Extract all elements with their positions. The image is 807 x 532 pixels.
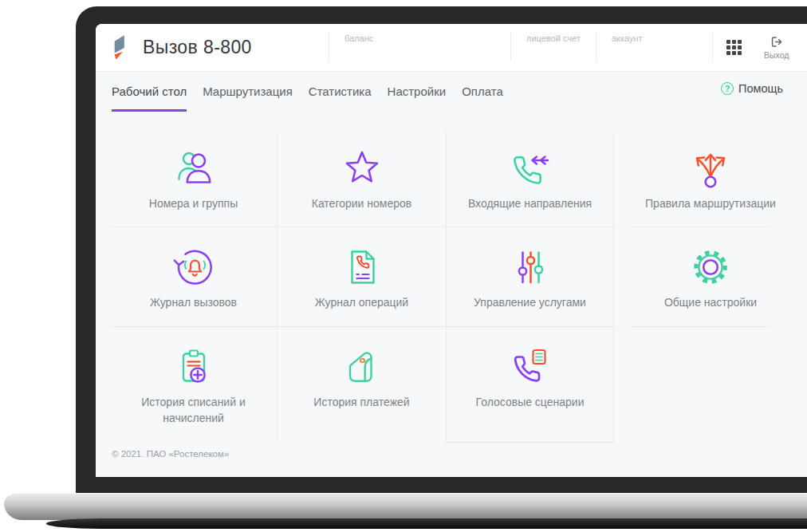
wallet-icon xyxy=(340,345,384,389)
tile-charges-history[interactable]: История списаний и начислений xyxy=(110,327,278,443)
laptop-bezel: Вызов 8-800 баланс лицевой счет аккаунт xyxy=(76,6,807,493)
tab-desktop[interactable]: Рабочий стол xyxy=(112,72,187,112)
personal-account-label: лицевой счет xyxy=(510,24,596,71)
tile-voice-scenarios[interactable]: Голосовые сценарии xyxy=(447,327,614,443)
tile-label: Номера и группы xyxy=(149,195,238,211)
operations-journal-icon xyxy=(340,245,384,290)
star-icon xyxy=(340,146,384,191)
logout-label: Выход xyxy=(764,50,789,60)
tab-payment[interactable]: Оплата xyxy=(462,72,503,112)
tile-label: Журнал вызовов xyxy=(150,294,237,310)
empty-grid-cell xyxy=(614,327,807,443)
tile-label: История платежей xyxy=(313,394,409,410)
tile-routing-rules[interactable]: Правила маршрутизации xyxy=(614,132,807,227)
dashboard-grid: Номера и группы Категории номеров xyxy=(110,132,807,443)
copyright-note: © 2021. ПАО «Ростелеком» xyxy=(112,449,807,459)
brand-logo-icon xyxy=(112,33,132,62)
account-label: аккаунт xyxy=(596,24,712,71)
users-icon xyxy=(171,146,216,191)
balance-label: баланс xyxy=(329,24,510,71)
apps-grid-icon[interactable] xyxy=(726,40,742,55)
voice-script-icon xyxy=(508,345,553,389)
laptop-screen: Вызов 8-800 баланс лицевой счет аккаунт xyxy=(96,24,807,477)
tile-numbers-and-groups[interactable]: Номера и группы xyxy=(110,132,278,227)
header-actions: Выход xyxy=(712,24,807,71)
nav-tabs: Рабочий стол Маршрутизация Статистика На… xyxy=(96,72,807,112)
tab-statistics[interactable]: Статистика xyxy=(309,72,372,112)
call-journal-icon xyxy=(171,245,216,290)
help-label: Помощь xyxy=(738,82,783,95)
app-window: Вызов 8-800 баланс лицевой счет аккаунт xyxy=(96,24,807,477)
laptop-base-shadow xyxy=(46,518,807,529)
incoming-call-icon xyxy=(508,146,553,191)
gear-icon xyxy=(688,245,733,290)
logo-area: Вызов 8-800 xyxy=(96,24,329,71)
app-header: Вызов 8-800 баланс лицевой счет аккаунт xyxy=(96,24,807,72)
tile-number-categories[interactable]: Категории номеров xyxy=(278,132,447,227)
laptop-base xyxy=(4,493,807,520)
logout-icon xyxy=(770,35,784,49)
help-question-icon: ? xyxy=(721,82,734,95)
tile-general-settings[interactable]: Общие настройки xyxy=(614,227,807,327)
app-title: Вызов 8-800 xyxy=(143,37,252,58)
tab-routing[interactable]: Маршрутизация xyxy=(203,72,293,112)
tile-label: Правила маршрутизации xyxy=(645,195,776,211)
tile-label: Журнал операций xyxy=(315,294,408,310)
logout-button[interactable]: Выход xyxy=(764,35,789,60)
tile-operations-journal[interactable]: Журнал операций xyxy=(278,227,447,327)
tab-settings[interactable]: Настройки xyxy=(388,72,447,112)
tile-call-journal[interactable]: Журнал вызовов xyxy=(110,227,278,327)
tile-label: Голосовые сценарии xyxy=(476,394,585,410)
routing-arrows-icon xyxy=(688,146,733,191)
sliders-icon xyxy=(508,245,553,290)
tile-label: Управление услугами xyxy=(474,294,586,310)
tile-incoming-directions[interactable]: Входящие направления xyxy=(447,132,614,227)
help-link[interactable]: ? Помощь xyxy=(721,82,783,95)
tile-payment-history[interactable]: История платежей xyxy=(278,327,447,443)
tile-service-management[interactable]: Управление услугами xyxy=(447,227,614,327)
charges-history-icon xyxy=(171,345,216,389)
tile-label: История списаний и начислений xyxy=(121,394,266,427)
tile-label: Общие настройки xyxy=(664,294,757,310)
tile-label: Входящие направления xyxy=(468,195,592,211)
tile-label: Категории номеров xyxy=(312,195,412,211)
